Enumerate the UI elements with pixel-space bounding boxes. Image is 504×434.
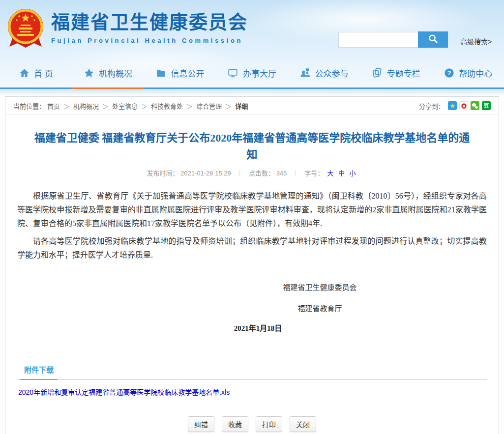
- hits-count: 345: [276, 170, 287, 177]
- fontsize-small-button[interactable]: 小: [350, 170, 356, 177]
- breadcrumb-separator: ＞: [63, 101, 70, 111]
- search-button[interactable]: [418, 31, 448, 48]
- breadcrumb-separator: ＞: [141, 101, 148, 111]
- meta-separator: ｜: [293, 170, 299, 177]
- search-input[interactable]: [338, 32, 418, 48]
- wechat-share-icon[interactable]: [471, 101, 479, 110]
- national-emblem-logo: [7, 8, 44, 49]
- breadcrumb-separator: ＞: [186, 101, 193, 111]
- advanced-search-link[interactable]: 高级搜索>: [460, 36, 492, 46]
- question-icon: ?: [444, 67, 454, 78]
- article: 福建省卫健委 福建省教育厅关于公布2020年福建省普通高等医学院校临床教学基地名…: [5, 130, 499, 434]
- breadcrumb-separator: ＞: [225, 101, 232, 111]
- nav-item-label: 信息公开: [171, 67, 205, 79]
- nav-item-special-topics[interactable]: 专题专栏: [360, 58, 432, 87]
- signature-health-commission: 福建省卫生健康委员会: [85, 282, 504, 292]
- cards-icon: [372, 67, 383, 78]
- publish-time: 2021-01-28 15:29: [180, 170, 231, 177]
- folder-icon: [156, 67, 167, 78]
- attachments-heading-row: 附件下载: [17, 364, 487, 380]
- article-body: 根据原省卫生厅、省教育厅《关于加强普通高等医学院校临床教学基地管理的通知》（闽卫…: [17, 189, 487, 262]
- breadcrumb-item-general-mgmt[interactable]: 综合管理: [196, 101, 222, 111]
- nav-item-label: 首 页: [34, 67, 53, 79]
- nav-item-label: 机构概况: [99, 67, 132, 79]
- breadcrumb-current: 详细: [235, 101, 248, 111]
- action-buttons: 纠错 收藏 打印 关闭: [17, 416, 487, 432]
- magnifier-icon: [428, 33, 439, 46]
- article-title: 福建省卫健委 福建省教育厅关于公布2020年福建省普通高等医学院校临床教学基地名…: [31, 130, 473, 163]
- nav-item-service-hall[interactable]: 办事大厅: [216, 58, 288, 87]
- nav-item-home[interactable]: 首 页: [0, 58, 72, 87]
- signature-date: 2021年1月18日: [23, 322, 493, 333]
- attachment-file-link[interactable]: 2020年新增和复审认定福建省普通高等医学院校临床教学基地名单.xls: [17, 387, 230, 397]
- people-icon: [299, 67, 310, 78]
- home-icon: [19, 67, 30, 78]
- qzone-share-icon[interactable]: ★: [448, 101, 457, 110]
- paragraph: 根据原省卫生厅、省教育厅《关于加强普通高等医学院校临床教学基地管理的通知》（闽卫…: [17, 189, 487, 231]
- site-titles: 福建省卫生健康委员会 Fujian Provincial Health Comm…: [51, 12, 248, 44]
- breadcrumb-item-about[interactable]: 机构概况: [73, 101, 99, 111]
- breadcrumb-separator: ＞: [102, 101, 109, 111]
- site-header: 福建省卫生健康委员会 Fujian Provincial Health Comm…: [0, 0, 504, 89]
- report-error-button[interactable]: 纠错: [188, 416, 214, 432]
- share-bar: 分享到： ★ 豆: [419, 101, 491, 111]
- nav-item-info-disclosure[interactable]: 信息公开: [144, 58, 216, 87]
- fontsize-large-button[interactable]: 大: [327, 170, 333, 177]
- nav-item-help-center[interactable]: ? 帮助中心: [432, 58, 504, 87]
- share-label: 分享到：: [419, 101, 445, 111]
- site-name: 福建省卫生健康委员会: [51, 12, 248, 33]
- main-nav: 首 页 机构概况 信息公开 办事大厅 公众参与: [0, 58, 504, 89]
- breadcrumb-label: 当前位置：: [13, 101, 45, 111]
- svg-text:?: ?: [447, 69, 450, 76]
- nav-item-label: 帮助中心: [459, 67, 492, 79]
- breadcrumb-item-offices[interactable]: 处室信息: [112, 101, 138, 111]
- breadcrumb-item-home[interactable]: 首页: [47, 101, 60, 111]
- star-icon: [84, 67, 94, 78]
- breadcrumb-item-scitech-edu[interactable]: 科技教育处: [151, 101, 183, 111]
- weibo-share-icon[interactable]: [459, 101, 468, 110]
- header-fade: [0, 89, 504, 96]
- content-box: 当前位置： 首页 ＞ 机构概况 ＞ 处室信息 ＞ 科技教育处 ＞ 综合管理 ＞ …: [5, 96, 499, 434]
- fontsize-medium-button[interactable]: 中: [338, 170, 345, 177]
- breadcrumb: 当前位置： 首页 ＞ 机构概况 ＞ 处室信息 ＞ 科技教育处 ＞ 综合管理 ＞ …: [5, 97, 499, 115]
- nav-item-public-participation[interactable]: 公众参与: [288, 58, 360, 87]
- favorite-button[interactable]: 收藏: [222, 416, 248, 432]
- nav-item-label: 专题专栏: [387, 67, 420, 79]
- search-bar: [338, 31, 448, 48]
- paragraph: 请各高等医学院校加强对临床教学基地的指导及师资培训；组织临床教学基地针对评审过程…: [17, 234, 487, 262]
- signature-education-dept: 福建省教育厅: [85, 303, 504, 313]
- meta-separator: ｜: [237, 170, 243, 177]
- attachments-heading: 附件下载: [20, 364, 58, 380]
- nav-item-label: 公众参与: [315, 67, 348, 79]
- nav-item-label: 办事大厅: [243, 67, 276, 79]
- fontsize-label: 字号：: [305, 170, 324, 177]
- monitor-icon: [228, 67, 238, 78]
- hits-label: 点击数：: [249, 170, 274, 177]
- douban-share-icon[interactable]: 豆: [482, 101, 491, 110]
- site-name-english: Fujian Provincial Health Commission: [51, 37, 248, 44]
- nav-item-about[interactable]: 机构概况: [72, 58, 144, 87]
- close-button[interactable]: 关闭: [290, 416, 316, 432]
- attachments-section: 附件下载 2020年新增和复审认定福建省普通高等医学院校临床教学基地名单.xls: [17, 364, 487, 397]
- article-meta: 发布时间： 2021-01-28 15:29 ｜ 点击数： 345 ｜ 字号： …: [17, 168, 487, 177]
- publish-time-label: 发布时间：: [147, 170, 178, 177]
- print-button[interactable]: 打印: [256, 416, 282, 432]
